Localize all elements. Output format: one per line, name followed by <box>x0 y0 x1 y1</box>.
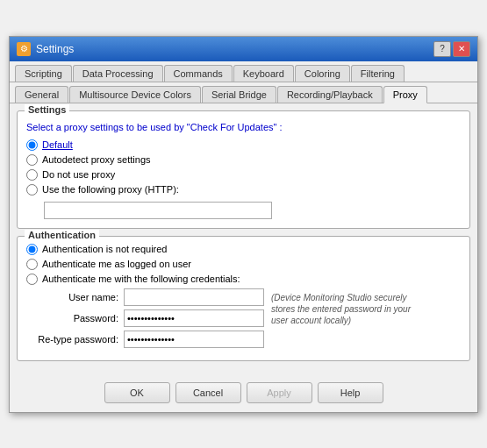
auth-radio-credentials[interactable] <box>26 274 38 285</box>
tab-scripting[interactable]: Scripting <box>15 65 72 82</box>
tab-serial-bridge[interactable]: Serial Bridge <box>202 86 276 103</box>
credentials-fields: User name: Password: Re-type password: <box>26 288 264 352</box>
credentials-area: User name: Password: Re-type password: (… <box>26 288 461 352</box>
settings-group: Settings Select a proxy settings to be u… <box>17 110 470 229</box>
password-label: Password: <box>35 313 118 324</box>
proxy-label-none: Do not use proxy <box>42 169 115 180</box>
settings-group-title: Settings <box>25 104 69 115</box>
auth-option-logged-on: Authenticate me as logged on user <box>26 259 461 270</box>
proxy-radio-default[interactable] <box>26 139 38 151</box>
proxy-radio-http[interactable] <box>26 184 38 196</box>
auth-label-not-required: Authentication is not required <box>42 244 167 254</box>
username-label: User name: <box>35 292 118 302</box>
auth-option-not-required: Authentication is not required <box>26 244 461 255</box>
tabs-row2: General Multisource Device Colors Serial… <box>10 82 477 103</box>
proxy-option-none: Do not use proxy <box>26 169 461 181</box>
proxy-label-http: Use the following proxy (HTTP): <box>42 184 179 195</box>
retype-password-row: Re-type password: <box>35 331 264 348</box>
tab-general[interactable]: General <box>15 86 68 103</box>
help-dialog-button[interactable]: Help <box>318 382 383 403</box>
title-bar-left: ⚙ Settings <box>17 42 74 56</box>
auth-option-credentials: Authenticate me with the following crede… <box>26 274 461 285</box>
settings-window: ⚙ Settings ? ✕ Scripting Data Processing… <box>9 36 478 413</box>
username-input[interactable] <box>124 288 264 306</box>
proxy-url-input[interactable] <box>44 202 272 219</box>
proxy-label-default: Default <box>42 139 73 150</box>
check-for-updates-link: "Check For Updates" <box>187 122 277 132</box>
apply-button[interactable]: Apply <box>247 382 312 403</box>
proxy-radio-autodetect[interactable] <box>26 154 38 166</box>
tab-multisource[interactable]: Multisource Device Colors <box>69 86 201 103</box>
tab-data-processing[interactable]: Data Processing <box>73 65 163 82</box>
auth-radio-not-required[interactable] <box>26 244 38 255</box>
cancel-button[interactable]: Cancel <box>175 382 241 403</box>
password-row: Password: <box>35 309 264 327</box>
password-input[interactable] <box>124 309 264 327</box>
auth-group: Authentication Authentication is not req… <box>17 236 470 361</box>
auth-label-logged-on: Authenticate me as logged on user <box>42 259 191 269</box>
proxy-label-autodetect: Autodetect proxy settings <box>42 154 151 165</box>
auth-radio-logged-on[interactable] <box>26 259 38 270</box>
tab-coloring[interactable]: Coloring <box>295 65 350 82</box>
ok-button[interactable]: OK <box>104 382 170 403</box>
window-icon: ⚙ <box>17 42 31 56</box>
button-bar: OK Cancel Apply Help <box>10 375 477 412</box>
tab-filtering[interactable]: Filtering <box>351 65 405 82</box>
proxy-option-default: Default <box>26 139 461 151</box>
content-area: Settings Select a proxy settings to be u… <box>10 103 477 375</box>
proxy-radio-none[interactable] <box>26 169 38 181</box>
proxy-option-autodetect: Autodetect proxy settings <box>26 154 461 166</box>
title-buttons: ? ✕ <box>433 41 470 57</box>
help-button[interactable]: ? <box>433 41 451 57</box>
retype-password-label: Re-type password: <box>35 334 118 345</box>
password-note: (Device Monitoring Studio securely store… <box>271 292 412 326</box>
window-title: Settings <box>36 43 74 55</box>
close-button[interactable]: ✕ <box>453 41 470 57</box>
auth-label-credentials: Authenticate me with the following crede… <box>42 274 240 284</box>
retype-password-input[interactable] <box>124 331 264 348</box>
title-bar: ⚙ Settings ? ✕ <box>10 37 477 61</box>
auth-group-title: Authentication <box>25 230 99 240</box>
tabs-row1: Scripting Data Processing Commands Keybo… <box>10 61 477 82</box>
proxy-option-http: Use the following proxy (HTTP): <box>26 184 461 196</box>
tab-proxy[interactable]: Proxy <box>383 86 427 103</box>
tab-recording-playback[interactable]: Recording/Playback <box>277 86 383 103</box>
tab-commands[interactable]: Commands <box>164 65 233 82</box>
settings-description: Select a proxy settings to be used by "C… <box>26 122 461 132</box>
tab-keyboard[interactable]: Keyboard <box>233 65 294 82</box>
username-row: User name: <box>35 288 264 306</box>
